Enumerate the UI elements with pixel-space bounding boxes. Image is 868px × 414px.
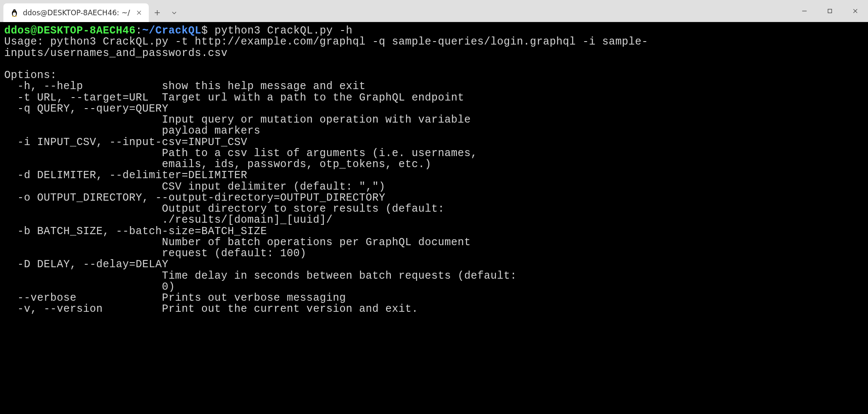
minimize-button[interactable] [792, 0, 817, 22]
svg-point-6 [15, 10, 15, 11]
output-opt-verbose: --verbose Prints out verbose messaging [4, 292, 346, 304]
output-opt-delim1: -d DELIMITER, --delimiter=DELIMITER [4, 169, 248, 182]
terminal-viewport[interactable]: ddos@DESKTOP-8AECH46:~/CrackQL$ python3 … [0, 22, 868, 414]
prompt-user-host: ddos@DESKTOP-8AECH46 [4, 25, 136, 37]
new-tab-button[interactable] [149, 3, 166, 22]
penguin-icon [10, 8, 19, 17]
output-opt-query3: payload markers [4, 125, 261, 137]
output-opt-batch2: Number of batch operations per GraphQL d… [4, 236, 471, 249]
output-opt-batch3: request (default: 100) [4, 247, 306, 260]
output-options-header: Options: [4, 69, 57, 81]
chevron-down-icon [171, 10, 177, 16]
prompt-cwd: ~/CrackQL [142, 25, 202, 37]
output-opt-help: -h, --help show this help message and ex… [4, 80, 366, 92]
close-tab-button[interactable] [134, 8, 144, 17]
output-opt-out3: ./results/[domain]_[uuid]/ [4, 214, 333, 226]
command-entered: python3 CrackQL.py -h [208, 25, 353, 37]
svg-rect-9 [828, 9, 832, 13]
output-usage: Usage: python3 CrackQL.py -t http://exam… [4, 36, 648, 59]
minimize-icon [801, 8, 807, 14]
output-opt-target: -t URL, --target=URL Target url with a p… [4, 92, 464, 104]
output-opt-version: -v, --version Print out the current vers… [4, 303, 418, 315]
output-opt-batch1: -b BATCH_SIZE, --batch-size=BATCH_SIZE [4, 225, 267, 238]
output-opt-query2: Input query or mutation operation with v… [4, 114, 471, 126]
close-icon [852, 8, 858, 14]
close-window-button[interactable] [843, 0, 868, 22]
output-opt-input1: -i INPUT_CSV, --input-csv=INPUT_CSV [4, 136, 248, 148]
output-opt-out1: -o OUTPUT_DIRECTORY, --output-directory=… [4, 192, 385, 204]
tab-strip: ddos@DESKTOP-8AECH46: ~/ [3, 0, 183, 22]
window-controls [792, 0, 868, 22]
maximize-button[interactable] [817, 0, 843, 22]
tab-title: ddos@DESKTOP-8AECH46: ~/ [23, 8, 130, 17]
output-opt-delay3: 0) [4, 281, 175, 293]
output-opt-input3: emails, ids, passwords, otp_tokens, etc.… [4, 158, 431, 171]
maximize-icon [827, 8, 833, 14]
prompt-separator: : [136, 25, 142, 37]
active-tab[interactable]: ddos@DESKTOP-8AECH46: ~/ [3, 3, 149, 22]
output-opt-query1: -q QUERY, --query=QUERY [4, 103, 169, 115]
output-opt-delim2: CSV input delimiter (default: ",") [4, 181, 385, 193]
close-icon [136, 10, 142, 16]
svg-point-8 [15, 16, 17, 17]
svg-point-2 [13, 9, 16, 12]
title-bar: ddos@DESKTOP-8AECH46: ~/ [0, 0, 868, 22]
svg-point-5 [14, 10, 14, 11]
output-opt-delay1: -D DELAY, --delay=DELAY [4, 258, 169, 271]
plus-icon [154, 9, 161, 16]
svg-point-7 [12, 16, 14, 17]
output-opt-out2: Output directory to store results (defau… [4, 203, 445, 215]
prompt-dollar: $ [201, 25, 208, 37]
svg-point-1 [13, 12, 16, 16]
output-opt-delay2: Time delay in seconds between batch requ… [4, 270, 517, 282]
tab-dropdown-button[interactable] [166, 3, 183, 22]
output-opt-input2: Path to a csv list of arguments (i.e. us… [4, 147, 477, 159]
